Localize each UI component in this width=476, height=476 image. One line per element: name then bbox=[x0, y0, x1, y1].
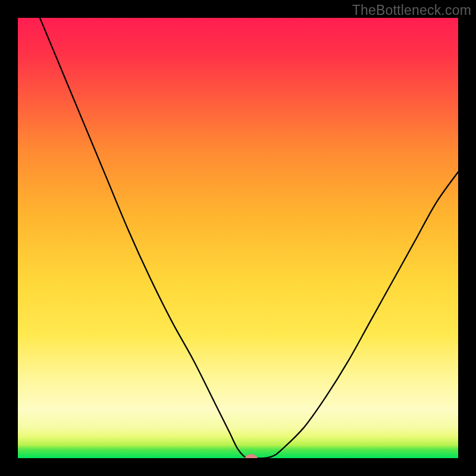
minimum-marker bbox=[245, 454, 258, 458]
watermark-text: TheBottleneck.com bbox=[352, 2, 471, 18]
chart-stage: TheBottleneck.com bbox=[0, 0, 476, 476]
chart-svg bbox=[18, 18, 458, 458]
plot-area bbox=[18, 18, 458, 458]
bottleneck-curve bbox=[40, 18, 458, 458]
